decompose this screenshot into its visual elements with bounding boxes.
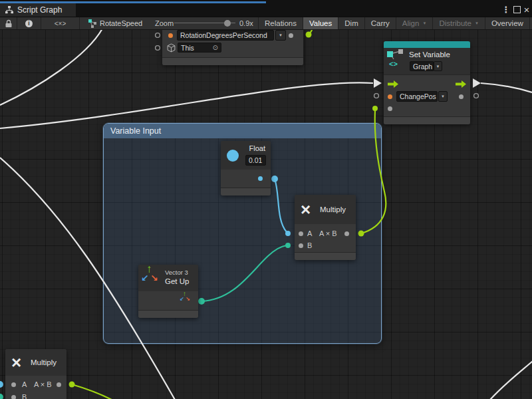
input-port-a[interactable]: [11, 382, 16, 387]
script-graph-asset-icon: [88, 19, 97, 28]
values-button[interactable]: Values: [303, 17, 338, 29]
variable-name-dropdown[interactable]: ChangePos: [396, 91, 438, 102]
object-picker-icon[interactable]: ⊙: [213, 44, 218, 51]
lock-button[interactable]: [0, 17, 17, 29]
node-footer: [162, 57, 303, 65]
value-output-port[interactable]: [289, 33, 293, 38]
port-label-a: A: [307, 229, 312, 237]
group-box-title: Variable Input: [110, 126, 161, 136]
multiply-icon: ×: [301, 201, 311, 218]
variable-icon[interactable]: [388, 94, 392, 99]
code-view-button[interactable]: <×>: [41, 17, 80, 29]
float-value-input[interactable]: 0.01: [245, 155, 266, 166]
node-multiply[interactable]: × Multiply A A × B B: [295, 195, 356, 260]
cube-icon: [167, 43, 176, 53]
target-object-field[interactable]: This ⊙: [178, 43, 221, 53]
value-output-port[interactable]: [258, 176, 263, 181]
node-title: Multiply: [31, 358, 57, 366]
node-category-strip: [384, 41, 470, 48]
vector-mini-left-icon: ↙: [180, 296, 184, 302]
output-port[interactable]: [344, 231, 349, 236]
dim-button[interactable]: Dim: [338, 17, 364, 29]
node-title: Float: [249, 144, 265, 152]
lock-icon: [5, 19, 12, 28]
info-button[interactable]: i: [17, 17, 41, 29]
distribute-dropdown[interactable]: Distribute▼: [433, 17, 485, 29]
code-brackets-icon: <>: [389, 60, 398, 68]
input-port-b[interactable]: [11, 395, 16, 399]
value-input-port[interactable]: [388, 106, 392, 111]
node-title: Set Variable: [409, 51, 450, 59]
toolbar-buttons: Relations Values Dim Carry Align▼ Distri…: [258, 17, 532, 29]
port-label-b: B: [22, 393, 27, 399]
node-title: Multiply: [320, 205, 346, 213]
info-icon: i: [25, 20, 33, 27]
tab-script-graph[interactable]: Script Graph: [0, 3, 76, 17]
node-footer: [221, 188, 271, 196]
close-icon[interactable]: ×: [522, 3, 531, 15]
tab-title: Script Graph: [17, 5, 62, 15]
node-multiply-2[interactable]: × Multiply A A × B B: [5, 349, 66, 399]
variable-name-dropdown[interactable]: RotationDegreesPerSecond: [177, 30, 274, 41]
graph-toolbar: i <×> RotateSpeed Zoom 0.9x Relations Va…: [0, 17, 532, 30]
zoom-label: Zoom: [155, 19, 174, 27]
maximize-icon[interactable]: [512, 3, 521, 15]
flow-in-arrow-icon[interactable]: [388, 80, 398, 88]
node-float-literal[interactable]: Float 0.01: [221, 141, 271, 196]
node-footer: [295, 252, 356, 260]
port-label-b: B: [307, 241, 312, 249]
output-port[interactable]: [57, 382, 61, 387]
node-set-variable[interactable]: <> Set Variable Graph ▼ ChangePos ▼: [384, 41, 470, 124]
chevron-down-icon: ▼: [475, 21, 479, 25]
node-footer: [384, 116, 470, 124]
chevron-down-icon[interactable]: ▼: [438, 91, 448, 102]
zoom-slider-handle[interactable]: [224, 20, 231, 27]
flow-out-arrow-icon[interactable]: [456, 80, 466, 88]
node-footer: [138, 310, 198, 318]
window-tab-bar: Script Graph ⋮ ×: [0, 0, 532, 17]
node-vector3-get-up[interactable]: ↑ ↙ ↘ Vector 3 Get Up ↑ ↙ ↘: [138, 265, 198, 318]
carry-button[interactable]: Carry: [365, 17, 396, 29]
overview-button[interactable]: Overview: [485, 17, 530, 29]
chevron-down-icon[interactable]: ▼: [275, 30, 286, 41]
align-dropdown[interactable]: Align▼: [396, 17, 434, 29]
port-label-out: A × B: [34, 380, 52, 388]
chevron-down-icon: ▼: [422, 21, 426, 25]
port-label-a: A: [22, 380, 27, 388]
code-view-icon: <×>: [55, 20, 66, 27]
multiply-icon: ×: [11, 354, 21, 371]
graph-tree-icon: [5, 6, 13, 14]
float-icon: [227, 150, 239, 162]
node-get-variable[interactable]: RotationDegreesPerSecond ▼ This ⊙: [162, 29, 303, 65]
vector-left-arrow-icon: ↙: [141, 273, 149, 283]
node-title: Get Up: [165, 277, 189, 285]
kebab-menu-icon[interactable]: ⋮: [501, 3, 511, 15]
chevron-down-icon[interactable]: ▼: [434, 61, 442, 71]
value-output-port[interactable]: [459, 94, 464, 99]
node-type: Vector 3: [165, 269, 188, 276]
variable-kind-dropdown[interactable]: Graph: [410, 61, 434, 71]
graph-name-label: RotateSpeed: [100, 19, 142, 27]
port-label-out: A × B: [319, 229, 337, 237]
zoom-value: 0.9x: [239, 19, 253, 27]
vector-right-arrow-icon: ↘: [150, 273, 158, 283]
vector-mini-right-icon: ↘: [186, 296, 190, 302]
variable-icon[interactable]: [168, 33, 173, 38]
input-port-a[interactable]: [299, 231, 303, 236]
relations-button[interactable]: Relations: [259, 17, 303, 29]
input-port-b[interactable]: [299, 243, 303, 248]
group-box-header[interactable]: Variable Input: [104, 124, 381, 138]
